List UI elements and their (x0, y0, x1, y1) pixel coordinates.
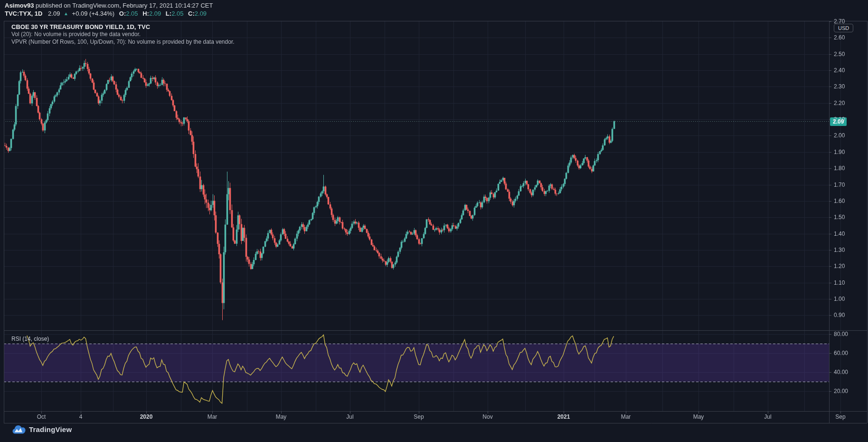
time-axis-label: Oct (37, 413, 46, 420)
price-axis-label: 1.50 (834, 214, 845, 221)
low-label: L: (166, 10, 171, 17)
symbol-status-line: TVC:TYX, 1D 2.09 ▲ +0.09 (+4.34%) O:2.05… (5, 10, 207, 17)
price-axis-label: 2.10 (834, 116, 845, 123)
price-axis-label: 2.70 (834, 18, 845, 25)
tradingview-published-chart: Asimov93 published on TradingView.com, F… (0, 0, 868, 442)
price-axis-label: 2.20 (834, 100, 845, 106)
rsi-axis-label: 40.00 (834, 369, 848, 375)
usd-badge[interactable]: USD (834, 24, 853, 32)
chart-legend: CBOE 30 YR TREASURY BOND YIELD, 1D, TVC … (11, 23, 235, 46)
tradingview-cloud-icon (12, 425, 26, 434)
up-triangle-icon: ▲ (64, 11, 68, 16)
price-axis-label: 2.40 (834, 67, 845, 74)
price-axis-label: 1.20 (834, 263, 845, 269)
time-axis-label: Jul (764, 413, 771, 420)
price-axis-label: 2.00 (834, 132, 845, 139)
close-label: C: (188, 10, 195, 17)
time-axis-label: 2020 (140, 413, 153, 420)
publish-info-line: Asimov93 published on TradingView.com, F… (5, 2, 213, 9)
price-axis-label: 1.60 (834, 198, 845, 204)
time-axis-label: Sep (414, 413, 424, 420)
rsi-axis-label: 60.00 (834, 350, 848, 356)
open-label: O: (119, 10, 126, 17)
price-chart-canvas[interactable] (0, 0, 868, 442)
price-axis-label: 2.60 (834, 34, 845, 41)
price-axis-label: 1.70 (834, 182, 845, 188)
price-axis-label: 1.30 (834, 247, 845, 253)
published-text: published on TradingView.com, February 1… (34, 2, 213, 9)
last-price: 2.09 (48, 10, 60, 17)
close-value: 2.09 (195, 10, 207, 17)
price-axis-label: 0.90 (834, 312, 845, 318)
price-axis-label: 1.90 (834, 149, 845, 155)
legend-vpvr-row[interactable]: VPVR (Number Of Rows, 100, Up/Down, 70):… (11, 38, 235, 46)
legend-title[interactable]: CBOE 30 YR TREASURY BOND YIELD, 1D, TVC (11, 23, 235, 30)
price-axis-label: 2.30 (834, 83, 845, 90)
low-value: 2.05 (171, 10, 183, 17)
symbol-name: TVC:TYX, 1D (5, 10, 42, 17)
open-value: 2.05 (126, 10, 138, 17)
price-change: +0.09 (+4.34%) (72, 10, 115, 17)
price-axis-label: 1.10 (834, 279, 845, 286)
rsi-axis-label: 20.00 (834, 388, 848, 394)
high-label: H: (142, 10, 149, 17)
rsi-axis-label: 80.00 (834, 331, 848, 337)
tradingview-logo-text: TradingView (29, 425, 72, 433)
time-axis-label: Sep (835, 413, 845, 420)
time-axis-label: Nov (482, 413, 492, 420)
time-axis-label: Jul (346, 413, 353, 420)
time-axis-label: 4 (79, 413, 83, 420)
high-value: 2.09 (149, 10, 161, 17)
legend-vol-row[interactable]: Vol (20): No volume is provided by the d… (11, 31, 235, 38)
rsi-pane-label[interactable]: RSI (14, close) (11, 336, 49, 342)
time-axis-label: May (693, 413, 704, 420)
time-axis-label: 2021 (557, 413, 570, 420)
tradingview-logo[interactable]: TradingView (12, 425, 72, 434)
price-axis-label: 1.40 (834, 231, 845, 237)
price-axis-label: 1.80 (834, 165, 845, 172)
price-axis-label: 1.00 (834, 296, 845, 302)
price-axis-label: 2.50 (834, 51, 845, 58)
time-axis-label: May (276, 413, 287, 420)
time-axis-label: Mar (621, 413, 631, 420)
time-axis-label: Mar (208, 413, 217, 420)
author-name: Asimov93 (5, 2, 34, 9)
